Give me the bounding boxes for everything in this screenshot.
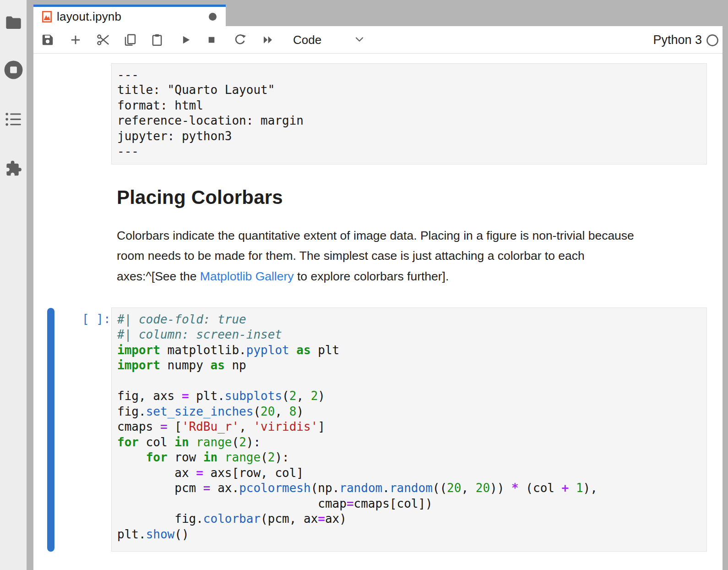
code-token: , — [296, 389, 310, 403]
code-token: range — [196, 435, 232, 449]
code-token: 20 — [476, 481, 490, 495]
code-line[interactable]: fig.colorbar(pcm, ax=ax) — [117, 511, 701, 527]
code-line[interactable]: for row in range(2): — [117, 450, 701, 466]
code-line[interactable]: fig.set_size_inches(20, 8) — [117, 404, 701, 420]
code-line[interactable] — [117, 373, 701, 389]
raw-line: title: "Quarto Layout" — [117, 82, 701, 98]
cell-type-dropdown[interactable]: Code — [293, 33, 321, 47]
code-token: ( — [232, 435, 239, 449]
code-token — [189, 435, 196, 449]
raw-line: --- — [117, 67, 701, 83]
code-token: row — [168, 450, 203, 464]
code-token: cmaps[col]) — [354, 497, 433, 510]
kernel-name: Python 3 — [653, 33, 702, 47]
code-token: )) — [490, 481, 511, 495]
code-token: pcolormesh — [239, 481, 311, 495]
code-line[interactable]: for col in range(2): — [117, 435, 701, 450]
save-button[interactable] — [41, 33, 54, 47]
active-cell-collapser[interactable] — [47, 308, 54, 552]
code-token: as — [211, 358, 225, 372]
markdown-paragraph-line: Colorbars indicate the quantitative exte… — [117, 229, 634, 243]
raw-line: jupyter: python3 — [117, 129, 701, 144]
code-token: ax) — [325, 512, 347, 526]
matplotlib-gallery-link[interactable]: Matplotlib Gallery — [200, 269, 294, 283]
code-line[interactable]: import matplotlib.pyplot as plt — [117, 343, 701, 358]
code-token: ax — [117, 466, 196, 480]
code-token: (( — [433, 481, 447, 495]
restart-run-all-button[interactable] — [261, 33, 275, 47]
raw-line: reference-location: margin — [117, 113, 701, 129]
code-token: , — [275, 405, 289, 418]
table-of-contents-icon — [5, 112, 22, 127]
raw-cell[interactable]: --- title: "Quarto Layout" format: html … — [111, 63, 707, 164]
clipboard-icon — [150, 33, 164, 47]
sidebar-item-running[interactable] — [0, 60, 27, 80]
code-token: (np. — [311, 481, 340, 495]
markdown-paragraph-line: room needs to be made for them. The simp… — [117, 249, 585, 263]
paste-cells-button[interactable] — [150, 33, 164, 47]
dirty-indicator-dot[interactable] — [209, 13, 217, 21]
code-token: as — [296, 343, 310, 357]
code-editor[interactable]: #| code-fold: true#| column: screen-inse… — [117, 312, 701, 543]
code-line[interactable]: pcm = ax.pcolormesh(np.random.random((20… — [117, 481, 701, 496]
code-token: , — [461, 481, 475, 495]
markdown-text: to explore colorbars further]. — [294, 269, 449, 283]
code-token: * — [511, 481, 519, 495]
code-token: for — [146, 450, 168, 464]
code-token: show — [146, 527, 175, 541]
code-token: numpy — [160, 358, 211, 372]
kernel-indicator[interactable]: Python 3 — [653, 33, 719, 47]
code-line[interactable]: #| code-fold: true — [117, 312, 701, 328]
code-token: 2 — [268, 450, 275, 464]
code-token — [569, 481, 576, 495]
code-token: axs[row, col] — [203, 466, 304, 480]
code-line[interactable]: cmaps = ['RdBu_r', 'viridis'] — [117, 419, 701, 435]
code-token: #| code-fold: true — [117, 312, 246, 326]
code-line[interactable]: plt.show() — [117, 527, 701, 543]
code-token: ) — [296, 405, 304, 418]
code-token: + — [562, 481, 569, 495]
copy-cells-button[interactable] — [123, 33, 137, 47]
code-token: 'RdBu_r' — [182, 420, 239, 433]
code-token: 1 — [576, 481, 583, 495]
chevron-down-icon[interactable] — [354, 36, 365, 44]
tab-layout-ipynb[interactable]: layout.ipynb — [33, 5, 226, 26]
insert-cell-button[interactable] — [69, 33, 82, 47]
code-token: ( — [253, 405, 261, 418]
code-line[interactable]: import numpy as np — [117, 358, 701, 373]
code-token: for — [117, 435, 139, 449]
notebook-toolbar: Code Python 3 — [33, 26, 723, 54]
sidebar-item-extensions[interactable] — [0, 159, 27, 177]
cut-cells-button[interactable] — [96, 33, 110, 47]
code-token: in — [203, 450, 217, 464]
raw-line: format: html — [117, 98, 701, 114]
notebook-content: --- title: "Quarto Layout" format: html … — [33, 54, 723, 570]
code-line[interactable]: ax = axs[row, col] — [117, 466, 701, 481]
left-sidebar — [0, 0, 27, 570]
markdown-text: axes:^[See the — [117, 269, 200, 283]
code-token: fig, axs — [117, 389, 182, 403]
notebook-icon — [42, 11, 52, 22]
code-token: 2 — [289, 389, 297, 403]
run-cell-button[interactable] — [179, 33, 192, 47]
code-token: in — [174, 435, 189, 449]
code-token: cmaps — [117, 420, 160, 433]
code-line[interactable]: fig, axs = plt.subplots(2, 2) — [117, 389, 701, 404]
execution-prompt: [ ]: — [82, 312, 111, 327]
extension-puzzle-icon — [5, 159, 22, 177]
code-token: plt. — [189, 389, 225, 403]
code-token: pcm — [117, 481, 203, 495]
code-token: = — [160, 420, 168, 433]
interrupt-kernel-button[interactable] — [205, 33, 218, 47]
sidebar-item-toc[interactable] — [0, 112, 27, 127]
code-token: cmap — [117, 497, 347, 510]
sidebar-item-files[interactable] — [0, 16, 27, 30]
code-line[interactable]: cmap=cmaps[col]) — [117, 496, 701, 512]
code-token: set_size_inches — [146, 405, 254, 418]
code-cell[interactable]: #| code-fold: true#| column: screen-inse… — [111, 307, 707, 552]
code-token: ax. — [211, 481, 239, 495]
restart-kernel-button[interactable] — [233, 33, 247, 47]
code-line[interactable]: #| column: screen-inset — [117, 327, 701, 343]
code-token: 2 — [311, 389, 318, 403]
markdown-heading: Placing Colorbars — [117, 186, 283, 208]
